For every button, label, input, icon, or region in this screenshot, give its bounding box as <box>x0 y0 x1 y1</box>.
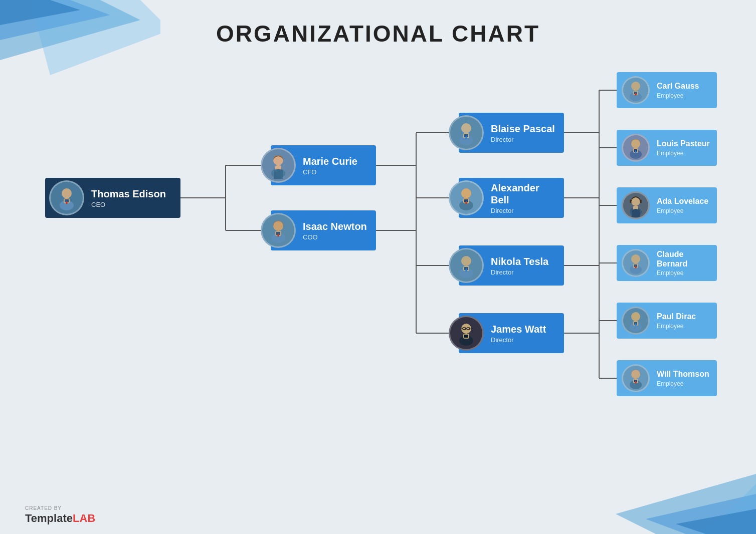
node-emp3-name: Ada Lovelace <box>657 196 710 206</box>
node-ceo-text: Thomas Edison CEO <box>84 184 180 212</box>
avatar-dir1 <box>449 115 484 150</box>
avatar-dir3 <box>449 248 484 283</box>
svg-point-53 <box>461 256 471 266</box>
node-emp6: Will Thomson Employee <box>617 360 717 396</box>
node-cfo-name: Marie Curie <box>303 155 369 167</box>
avatar-dir2 <box>449 180 484 215</box>
node-emp1-name: Carl Gauss <box>657 81 710 91</box>
node-coo-text: Isaac Newton COO <box>296 216 376 245</box>
svg-point-67 <box>631 82 640 91</box>
watermark: CREATED BY TemplateLAB <box>25 505 95 525</box>
avatar-emp2 <box>622 134 650 162</box>
node-emp3-title: Employee <box>657 207 710 214</box>
avatar-coo <box>261 213 296 248</box>
node-coo: Isaac Newton COO <box>271 210 376 250</box>
node-coo-name: Isaac Newton <box>303 220 369 232</box>
avatar-dir4 <box>449 316 484 351</box>
node-emp4-name: Claude Bernard <box>657 249 710 269</box>
svg-rect-61 <box>464 335 468 338</box>
node-dir1-title: Director <box>491 136 557 143</box>
node-emp3: Ada Lovelace Employee <box>617 187 717 223</box>
page-title: ORGANIZATIONAL CHART <box>0 20 756 47</box>
node-emp2: Louis Pasteur Employee <box>617 130 717 166</box>
node-dir2-name: Alexander Bell <box>491 182 557 206</box>
avatar-cfo <box>261 148 296 183</box>
node-emp1-text: Carl Gauss Employee <box>650 77 717 103</box>
svg-point-85 <box>631 312 640 321</box>
node-dir3: Nikola Tesla Director <box>459 245 564 286</box>
node-ceo: Thomas Edison CEO <box>45 178 180 218</box>
node-emp6-title: Employee <box>657 380 710 387</box>
node-dir4: James Watt Director <box>459 313 564 353</box>
node-emp5-text: Paul Dirac Employee <box>650 308 717 333</box>
node-emp5: Paul Dirac Employee <box>617 303 717 339</box>
node-emp4-text: Claude Bernard Employee <box>650 245 717 281</box>
watermark-lab: LAB <box>73 512 95 524</box>
node-dir2-text: Alexander Bell Director <box>484 178 564 218</box>
node-coo-title: COO <box>303 233 369 241</box>
node-dir4-name: James Watt <box>491 323 557 335</box>
node-dir2: Alexander Bell Director <box>459 178 564 218</box>
svg-point-30 <box>62 188 72 198</box>
avatar-emp5 <box>622 307 650 335</box>
node-emp2-title: Employee <box>657 150 710 157</box>
node-emp1: Carl Gauss Employee <box>617 72 717 108</box>
node-emp2-text: Louis Pasteur Employee <box>650 135 717 160</box>
node-emp6-name: Will Thomson <box>657 369 710 379</box>
node-emp2-name: Louis Pasteur <box>657 139 710 148</box>
svg-point-80 <box>631 254 640 263</box>
node-dir2-title: Director <box>491 207 557 214</box>
node-emp6-text: Will Thomson Employee <box>650 365 717 391</box>
avatar-emp4 <box>622 249 650 277</box>
node-emp4: Claude Bernard Employee <box>617 245 717 281</box>
watermark-created-by: CREATED BY <box>25 505 95 511</box>
svg-point-48 <box>461 188 471 198</box>
node-emp5-title: Employee <box>657 323 710 330</box>
node-dir1-name: Blaise Pascal <box>491 123 557 135</box>
avatar-emp6 <box>622 364 650 392</box>
node-emp3-text: Ada Lovelace Employee <box>650 192 717 218</box>
node-ceo-title: CEO <box>91 201 173 208</box>
node-emp1-title: Employee <box>657 92 710 99</box>
watermark-template: Template <box>25 512 73 524</box>
node-dir4-text: James Watt Director <box>484 319 564 348</box>
node-cfo-text: Marie Curie CFO <box>296 151 376 180</box>
node-emp5-name: Paul Dirac <box>657 312 710 321</box>
node-dir4-title: Director <box>491 336 557 344</box>
chart-area: Thomas Edison CEO Marie Curie CFO <box>15 55 741 494</box>
node-emp4-title: Employee <box>657 270 710 277</box>
node-dir3-text: Nikola Tesla Director <box>484 251 564 280</box>
node-cfo: Marie Curie CFO <box>271 145 376 185</box>
svg-point-43 <box>461 123 471 133</box>
node-cfo-title: CFO <box>303 168 369 176</box>
node-ceo-name: Thomas Edison <box>91 188 173 200</box>
node-dir1-text: Blaise Pascal Director <box>484 119 564 147</box>
node-dir3-name: Nikola Tesla <box>491 255 557 268</box>
avatar-ceo <box>49 180 84 215</box>
node-dir3-title: Director <box>491 269 557 276</box>
node-dir1: Blaise Pascal Director <box>459 113 564 153</box>
avatar-emp1 <box>622 76 650 104</box>
avatar-emp3 <box>622 191 650 219</box>
